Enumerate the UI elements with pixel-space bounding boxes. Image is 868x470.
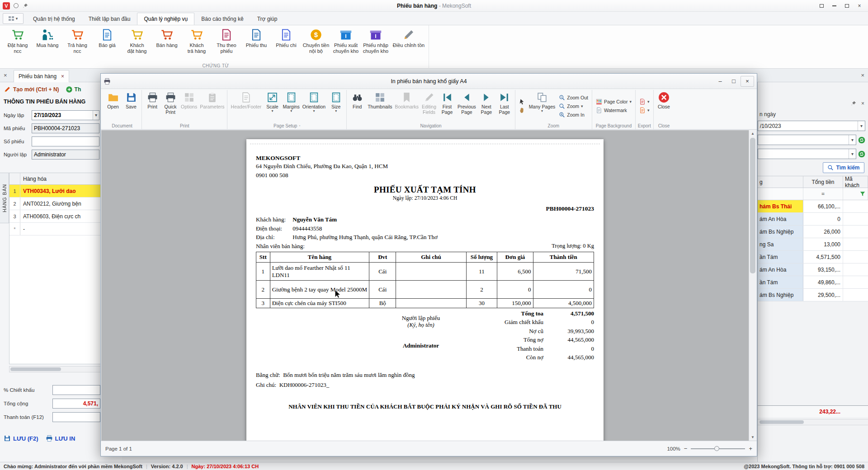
dialog-maximize-button[interactable]: □ [727, 76, 741, 87]
preview-vscrollbar[interactable]: ▲ ▼ [749, 130, 756, 441]
scrollbar-thumb[interactable] [10, 367, 61, 371]
group-launcher-icon[interactable]: ◦ [299, 123, 300, 128]
pointer-tool-button[interactable] [518, 98, 527, 105]
list-item[interactable]: ần Tám 49,860,... [758, 276, 868, 289]
results-hscrollbar[interactable] [758, 419, 868, 425]
tabstrip-close-left-icon[interactable]: × [4, 72, 7, 79]
refresh-icon[interactable] [858, 136, 865, 144]
add-link[interactable]: Th [66, 86, 81, 93]
scrollbar-thumb[interactable] [750, 138, 755, 273]
ribbon-button-phieu-nhap-chuyen-kho[interactable]: Phiếu nhập chuyển kho [361, 27, 391, 60]
save-button[interactable]: LƯU (F2) [4, 435, 38, 442]
zoom-minus-button[interactable]: − [684, 445, 688, 452]
scale-button[interactable]: Scale▾ [263, 90, 281, 122]
ribbon-button-phieu-thu[interactable]: Phiếu thu [241, 27, 271, 60]
orientation-button[interactable]: Orientation▾ [301, 90, 327, 122]
open-button[interactable]: Open [104, 90, 122, 122]
list-item[interactable]: ám Bs Nghiệp 29,500,... [758, 289, 868, 301]
discount-input[interactable] [55, 387, 98, 393]
list-item[interactable]: ám Bs Nghiệp 26,000 [758, 226, 868, 238]
zoom-slider-thumb[interactable] [714, 446, 719, 451]
scroll-up-icon[interactable]: ▲ [749, 130, 756, 137]
margins-button[interactable]: Margins▾ [281, 90, 301, 122]
save-print-button[interactable]: LƯU IN [46, 435, 75, 442]
filter-combobox-1[interactable]: ▾ [758, 135, 856, 145]
list-item[interactable]: ám An Hòa 93,150,... [758, 263, 868, 276]
chevron-down-icon[interactable]: ▾ [93, 111, 97, 120]
ribbon-button-thu-theo-phieu[interactable]: Thu theo phiếu [212, 27, 241, 60]
payment-field[interactable] [52, 412, 100, 422]
voucher-number-field[interactable] [32, 136, 99, 146]
zoom-in-button[interactable]: Zoom In [557, 111, 590, 118]
ribbon-button-khach-dat-hang[interactable]: Khách đặt hàng [122, 27, 152, 60]
ribbon-tab-thiet-lap-ban-dau[interactable]: Thiết lập ban đầu [82, 13, 137, 25]
find-button[interactable]: Find [348, 90, 366, 122]
ribbon-button-khach-tra-hang[interactable]: Khách trả hàng [182, 27, 212, 60]
ribbon-button-phieu-chi[interactable]: Phiếu chi [271, 27, 301, 60]
voucher-number-input[interactable] [34, 138, 97, 145]
print-button[interactable]: Print [143, 90, 161, 122]
chevron-down-icon[interactable]: ▾ [849, 135, 856, 145]
chevron-down-icon[interactable]: ▾ [849, 149, 856, 159]
close-preview-button[interactable]: Close [655, 90, 673, 122]
column-header-total[interactable]: Tổng tiền [803, 176, 843, 188]
ribbon-button-chuyen-tien-noi-bo[interactable]: Chuyển tiền nội bộ [301, 27, 331, 60]
thumbnails-button[interactable]: Thumbnails [366, 90, 393, 122]
watermark-button[interactable]: Watermark [594, 107, 633, 114]
preview-surface[interactable]: MEKONGSOFT 64 Nguyễn Đình Chiểu, Phường … [101, 130, 749, 441]
column-header-customer-name[interactable]: g [758, 176, 803, 188]
ribbon-button-dat-hang-ncc[interactable]: Đặt hàng ncc [3, 27, 33, 60]
maximize-button[interactable] [841, 1, 853, 10]
ribbon-button-bao-gia[interactable]: Báo giá [92, 27, 122, 60]
date-filter-combobox[interactable]: /10/2023 ▾ [758, 121, 865, 131]
app-menu-button[interactable]: ▾ [3, 13, 24, 24]
zoom-button[interactable]: Zoom▾ [557, 103, 590, 110]
ribbon-tab-bao-cao-thong-ke[interactable]: Báo cáo thống kê [194, 13, 250, 25]
quick-print-button[interactable]: Quick Print [161, 90, 179, 122]
fullscreen-button[interactable] [816, 1, 827, 10]
page-color-button[interactable]: Page Color▾ [594, 98, 633, 105]
chevron-down-icon[interactable]: ▾ [858, 121, 865, 131]
zoom-out-button[interactable]: Zoom Out [557, 94, 590, 101]
ribbon-button-phieu-xuat-chuyen-kho[interactable]: Phiếu xuất chuyển kho [331, 27, 361, 60]
date-input[interactable] [34, 112, 93, 118]
pin-icon[interactable] [22, 3, 28, 9]
filter-funnel-cell[interactable] [843, 188, 868, 200]
tabstrip-close-right-icon[interactable]: × [861, 72, 864, 79]
zoom-slider[interactable] [691, 448, 745, 449]
ribbon-tab-quan-tri-he-thong[interactable]: Quản trị hệ thống [26, 13, 82, 25]
date-combobox[interactable]: ▾ [32, 110, 99, 120]
export-pdf-button[interactable]: ▾ [638, 98, 651, 105]
minimize-button[interactable] [828, 1, 840, 10]
discount-field[interactable] [52, 385, 100, 395]
payment-input[interactable] [55, 414, 98, 420]
save-button[interactable]: Save [122, 90, 140, 122]
search-button[interactable]: Tìm kiếm [823, 162, 864, 173]
filter-combobox-2[interactable]: ▾ [758, 149, 856, 159]
last-page-button[interactable]: Last Page [495, 90, 514, 122]
side-tab-hang-ban[interactable]: HÀNG BÁN [0, 173, 9, 223]
ribbon-button-tra-hang-ncc[interactable]: Trả hàng ncc [62, 27, 92, 60]
panel-close-icon[interactable]: × [861, 100, 864, 107]
next-page-button[interactable]: Next Page [477, 90, 495, 122]
zoom-plus-button[interactable]: + [749, 445, 752, 452]
ribbon-tab-quan-ly-nghiep-vu[interactable]: Quản lý nghiệp vụ [137, 13, 194, 25]
close-button[interactable]: × [854, 1, 865, 10]
create-new-link[interactable]: Tạo mới (Ctrl + N) [4, 86, 59, 93]
export-send-button[interactable]: ▾ [638, 107, 651, 114]
list-item[interactable]: ần Tám 4,571,500 [758, 251, 868, 263]
many-pages-button[interactable]: Many Pages▾ [528, 90, 557, 122]
column-header-customer-code[interactable]: Mã khách [843, 176, 868, 188]
dialog-close-button[interactable]: × [741, 76, 754, 87]
scroll-down-icon[interactable]: ▼ [749, 434, 756, 441]
dialog-minimize-button[interactable]: – [713, 76, 727, 87]
refresh-icon[interactable] [858, 150, 865, 158]
ribbon-tab-tro-giup[interactable]: Trợ giúp [250, 13, 284, 25]
list-item[interactable]: ng Sa 13,000 [758, 238, 868, 251]
ribbon-button-ban-hang[interactable]: Bán hàng [152, 27, 182, 60]
ribbon-button-mua-hang[interactable]: Mua hàng [33, 27, 62, 60]
hand-tool-button[interactable] [518, 107, 527, 114]
list-item[interactable]: ám An Hòa 0 [758, 213, 868, 226]
size-button[interactable]: Size▾ [327, 90, 345, 122]
scrollbar-thumb[interactable] [760, 420, 804, 424]
